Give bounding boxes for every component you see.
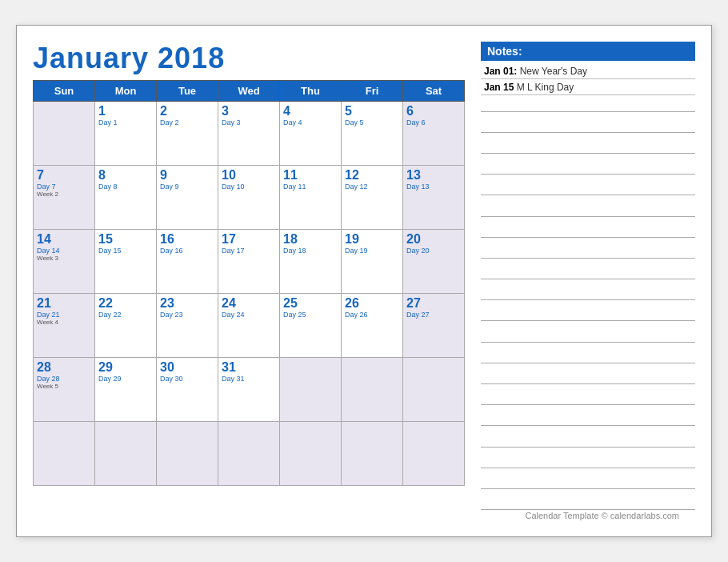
note-item: Jan 15 M L King Day <box>481 80 695 95</box>
calendar-cell: 10Day 10 <box>218 166 280 230</box>
note-line <box>481 299 695 300</box>
note-line <box>481 320 695 321</box>
note-line <box>481 279 695 279</box>
note-line <box>481 509 695 510</box>
calendar-cell: 9Day 9 <box>157 166 218 230</box>
day-number: 26 <box>345 296 399 311</box>
week-label: Week 3 <box>37 255 91 262</box>
calendar-cell <box>342 358 403 422</box>
day-header-wed: Wed <box>218 81 280 102</box>
day-number: 27 <box>406 296 461 311</box>
day-number: 16 <box>160 232 214 247</box>
day-header-tue: Tue <box>157 81 218 102</box>
day-header-sun: Sun <box>34 81 95 102</box>
day-number: 3 <box>222 104 276 118</box>
day-number: 31 <box>222 360 276 375</box>
calendar-cell: 7Day 7Week 2 <box>34 166 95 230</box>
day-label: Day 12 <box>345 183 399 191</box>
day-label: Day 20 <box>406 247 461 255</box>
note-line <box>481 153 695 154</box>
calendar-cell: 21Day 21Week 4 <box>34 294 95 358</box>
calendar-cell <box>403 358 465 422</box>
day-header-sat: Sat <box>403 81 465 102</box>
calendar-cell: 26Day 26 <box>342 294 403 358</box>
day-label: Day 28 <box>37 375 91 383</box>
day-number: 12 <box>345 168 399 183</box>
calendar-title: January 2018 <box>33 42 465 75</box>
day-number: 5 <box>345 104 399 118</box>
day-header-thu: Thu <box>280 81 342 102</box>
day-label: Day 8 <box>98 183 153 191</box>
week-label: Week 5 <box>37 383 91 390</box>
note-line <box>481 174 695 175</box>
day-label: Day 3 <box>222 118 276 126</box>
calendar-page: January 2018 SunMonTueWedThuFriSat 1Day … <box>16 25 712 537</box>
day-number: 14 <box>37 232 91 247</box>
day-label: Day 6 <box>406 118 461 126</box>
calendar-cell <box>342 422 403 486</box>
day-number: 17 <box>222 232 276 247</box>
calendar-cell: 18Day 18 <box>280 230 342 294</box>
calendar-cell: 14Day 14Week 3 <box>34 230 95 294</box>
day-number: 29 <box>98 360 153 375</box>
calendar-cell: 6Day 6 <box>403 102 465 166</box>
calendar-cell <box>218 422 280 486</box>
day-header-mon: Mon <box>95 81 157 102</box>
day-label: Day 14 <box>37 247 91 255</box>
calendar-cell: 29Day 29 <box>95 358 157 422</box>
day-number: 7 <box>37 168 91 183</box>
day-number: 11 <box>283 168 338 183</box>
day-label: Day 22 <box>98 311 153 319</box>
calendar-cell: 27Day 27 <box>403 294 465 358</box>
day-number: 25 <box>283 296 338 311</box>
calendar-cell: 22Day 22 <box>95 294 157 358</box>
day-label: Day 7 <box>37 183 91 191</box>
note-line <box>481 216 695 217</box>
day-number: 8 <box>98 168 153 183</box>
calendar-cell: 11Day 11 <box>280 166 342 230</box>
calendar-cell: 2Day 2 <box>157 102 218 166</box>
day-label: Day 25 <box>283 311 338 319</box>
calendar-cell <box>34 422 95 486</box>
day-label: Day 19 <box>345 247 399 255</box>
day-label: Day 9 <box>160 183 214 191</box>
day-label: Day 16 <box>160 247 214 255</box>
day-number: 20 <box>406 232 461 247</box>
note-date: Jan 01: <box>484 66 520 77</box>
day-number: 21 <box>37 296 91 311</box>
calendar-cell <box>280 358 342 422</box>
day-number: 13 <box>406 168 461 183</box>
day-label: Day 29 <box>98 375 153 383</box>
day-label: Day 1 <box>98 118 153 126</box>
calendar-cell: 20Day 20 <box>403 230 465 294</box>
note-line <box>481 111 695 112</box>
day-number: 30 <box>160 360 214 375</box>
note-line <box>481 195 695 195</box>
day-label: Day 13 <box>406 183 461 191</box>
note-line <box>481 342 695 343</box>
footer-text: Calendar Template © calendarlabs.com <box>525 511 679 520</box>
week-label: Week 2 <box>37 191 91 198</box>
note-line <box>481 237 695 238</box>
day-number: 1 <box>98 104 153 118</box>
calendar-cell <box>280 422 342 486</box>
day-label: Day 23 <box>160 311 214 319</box>
note-line <box>481 383 695 384</box>
calendar-cell: 17Day 17 <box>218 230 280 294</box>
day-header-fri: Fri <box>342 81 403 102</box>
day-label: Day 17 <box>222 247 276 255</box>
day-number: 4 <box>283 104 338 118</box>
day-label: Day 27 <box>406 311 461 319</box>
day-label: Day 24 <box>222 311 276 319</box>
calendar-cell: 8Day 8 <box>95 166 157 230</box>
note-item: Jan 01: New Year's Day <box>481 64 695 79</box>
calendar-cell <box>157 422 218 486</box>
note-line <box>481 404 695 405</box>
day-number: 24 <box>222 296 276 311</box>
notes-header: Notes: <box>481 42 695 61</box>
notes-section: Notes: Jan 01: New Year's DayJan 15 M L … <box>481 42 695 520</box>
day-number: 9 <box>160 168 214 183</box>
calendar-cell: 5Day 5 <box>342 102 403 166</box>
calendar-cell <box>34 102 95 166</box>
note-line <box>481 425 695 426</box>
